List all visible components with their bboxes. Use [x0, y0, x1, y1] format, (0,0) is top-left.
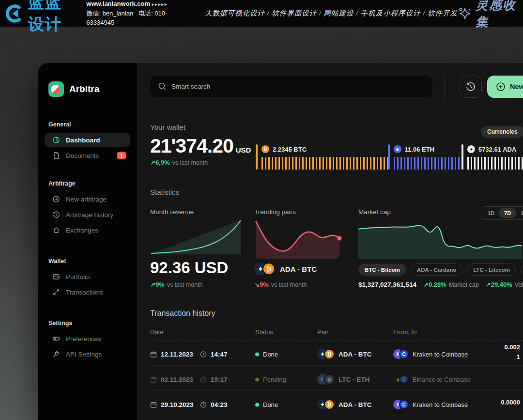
- row-divider: [150, 416, 523, 416]
- sidebar-item-label: Exchanges: [66, 227, 98, 234]
- history-icon: [52, 211, 60, 218]
- date-cell: 12.11.2023: [150, 351, 193, 358]
- status-cell: Done: [255, 351, 278, 358]
- calendar-icon: [150, 351, 157, 358]
- sidebar-item-label: API Settings: [66, 351, 102, 358]
- services-list: 大数据可视化设计 / 软件界面设计 / 网站建设 / 手机及小程序设计 / 软件…: [205, 9, 458, 18]
- amount-cell: 0.002 1: [504, 342, 520, 362]
- sparkle-star-icon: [458, 6, 472, 21]
- sidebar-item-label: Preferences: [66, 335, 101, 342]
- btc-icon: ₿: [262, 145, 269, 153]
- row-divider: [150, 365, 523, 366]
- clock-icon: [200, 351, 207, 358]
- sidebar-item-label: Arbitrage history: [66, 211, 113, 218]
- app-name: Arbitra: [69, 84, 99, 94]
- time-cell: 14:47: [200, 351, 228, 358]
- divider: [150, 181, 523, 181]
- sidebar-item-label: Transactions: [66, 289, 103, 296]
- ada-icon: ✦: [467, 145, 475, 153]
- col-date: Date: [150, 328, 163, 336]
- arrows-decoration: ▸▸▸▸▸: [152, 2, 168, 7]
- sidebar-item-label: Dashboard: [66, 137, 100, 144]
- status-dot-done: [255, 352, 259, 356]
- new-arbitrage-button[interactable]: New a: [487, 76, 523, 98]
- btc-amount: 2.2345 BTC: [273, 146, 307, 153]
- pair-cell: ✦₿ ADA - BTC: [317, 349, 372, 359]
- table-row[interactable]: 02.11.2023 19:17 Pending Ł◆ LTC - ETH ◆C: [150, 368, 523, 390]
- statistics-title: Statistics: [150, 188, 179, 196]
- coin-filter-pills: BTC - Bitcoin ADA - Cardano LTC - Liteco…: [358, 264, 523, 276]
- pair-cell: Ł◆ LTC - ETH: [317, 374, 369, 385]
- wallet-title: Your wallet: [150, 123, 185, 131]
- wallet-change-value: 6,9%: [155, 159, 170, 166]
- pill-eth-ethereum[interactable]: ETH - Ethereu: [521, 264, 523, 276]
- sidebar-item-arbitrage-history[interactable]: Arbitrage history: [45, 207, 130, 222]
- sidebar-item-dashboard[interactable]: Dashboard: [45, 133, 130, 147]
- range-7d[interactable]: 7D: [499, 208, 516, 218]
- sidebar-item-documents[interactable]: Documents 1: [45, 148, 130, 163]
- history-button[interactable]: [460, 76, 482, 98]
- status-dot-done: [255, 403, 259, 406]
- month-revenue-label: Month revenue: [150, 208, 194, 216]
- time-cell: 04:23: [200, 401, 228, 408]
- sidebar-item-transactions[interactable]: Transactions: [45, 285, 130, 299]
- website-link[interactable]: www.lanlanwork.com: [86, 0, 150, 7]
- pair-cell: ✦₿ ADA - BTC: [317, 399, 372, 410]
- screen: 蓝蓝设计 www.lanlanwork.com ▸▸▸▸▸ 微信: ben_la…: [0, 0, 523, 420]
- market-cap-stats: $1,327,027,361,514 ↗0.28% Market cap ↗29…: [358, 281, 523, 288]
- arrow-up-icon: ↗: [150, 159, 155, 166]
- market-cap-value: $1,327,027,361,514: [358, 281, 416, 288]
- time-cell: 19:17: [200, 376, 228, 383]
- holding-ada: ✦ 5732.61 ADA: [461, 144, 523, 170]
- home-icon: [52, 226, 60, 234]
- eth-icon: ◆: [394, 145, 401, 153]
- search-bar: [150, 76, 432, 97]
- col-pair: Pair: [317, 328, 328, 336]
- pill-btc-bitcoin[interactable]: BTC - Bitcoin: [358, 264, 406, 276]
- topbar-divider: [444, 75, 445, 99]
- wallet-tabs: Currencies E: [481, 126, 523, 138]
- btc-icon: ₿: [324, 349, 335, 359]
- sidebar-item-new-arbitrage[interactable]: New arbitrage: [45, 192, 130, 206]
- section-wallet: Wallet: [45, 258, 130, 264]
- sidebar-item-portfolio[interactable]: Portfolio: [45, 269, 130, 284]
- btc-icon: ₿: [324, 399, 335, 410]
- table-row[interactable]: 12.11.2023 14:47 Done ✦₿ ADA - BTC KC: [150, 343, 523, 365]
- pill-ada-cardano[interactable]: ADA - Cardano: [411, 264, 462, 276]
- sidebar-item-api-settings[interactable]: API Settings: [45, 347, 130, 361]
- toggle-icon: [52, 335, 60, 342]
- range-1m[interactable]: 1M: [516, 208, 523, 218]
- arrow-up-icon: ↗: [150, 281, 155, 288]
- divider: [150, 303, 523, 303]
- market-cap-label: Market cap: [358, 208, 391, 216]
- ada-bars: [467, 157, 523, 170]
- sidebar-item-label: Portfolio: [66, 273, 90, 280]
- table-row[interactable]: 29.10.2023 04:23 Done ✦₿ ADA - BTC KC: [150, 393, 523, 416]
- month-revenue-value: 92.36 USD: [150, 259, 228, 277]
- trending-pairs-chart: [254, 217, 344, 262]
- range-1d[interactable]: 1D: [483, 208, 499, 218]
- date-cell: 02.11.2023: [150, 376, 193, 383]
- pair-icons: ✦ ₿: [254, 263, 275, 275]
- divider: [150, 110, 523, 110]
- section-general: General: [45, 121, 130, 128]
- document-icon: [52, 152, 60, 159]
- sidebar-item-exchanges[interactable]: Exchanges: [45, 223, 130, 237]
- tab-currencies[interactable]: Currencies: [481, 126, 523, 138]
- route-cell: KC Kraken to Coinbase: [393, 349, 468, 359]
- search-input[interactable]: [171, 83, 425, 90]
- sidebar-item-preferences[interactable]: Preferences: [45, 331, 130, 346]
- pill-ltc-litecoin[interactable]: LTC - Litecoin: [467, 264, 516, 276]
- lanlan-logo-icon: [4, 3, 24, 24]
- coinbase-icon: C: [399, 400, 409, 409]
- route-cell: ◆C Binance to Coinbase: [393, 374, 471, 384]
- inspiration-collect[interactable]: 灵感收集: [458, 0, 523, 31]
- btc-bars: [262, 157, 388, 170]
- ada-amount: 5732.61 ADA: [478, 146, 516, 153]
- status-cell: Done: [255, 401, 278, 408]
- pair-name: ADA - BTC: [280, 265, 317, 273]
- route-cell: KC Kraken to Coinbase: [393, 400, 468, 409]
- wallet-balance: 21'374.20USD: [150, 135, 251, 157]
- section-settings: Settings: [45, 320, 130, 327]
- collect-label: 灵感收集: [476, 0, 516, 31]
